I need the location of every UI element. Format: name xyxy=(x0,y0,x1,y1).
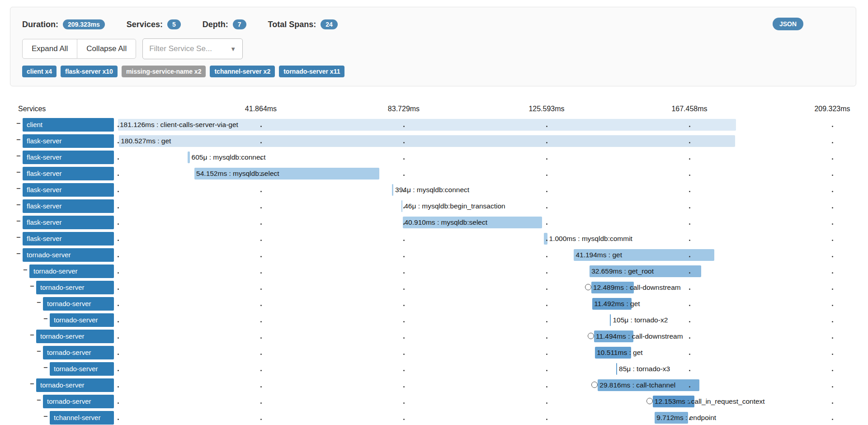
service-label[interactable]: flask-server xyxy=(23,232,114,246)
gridline-dot xyxy=(832,305,833,306)
service-label[interactable]: tornado-server xyxy=(43,297,114,311)
collapse-toggle[interactable]: − xyxy=(37,299,41,306)
span-bar[interactable] xyxy=(655,412,688,424)
span-bar[interactable] xyxy=(188,151,190,163)
service-pill[interactable]: tornado-server x11 xyxy=(279,66,344,77)
gridline-dot xyxy=(118,158,119,160)
span-bar[interactable] xyxy=(392,184,393,196)
gridline-dot xyxy=(546,126,547,127)
collapse-toggle[interactable]: − xyxy=(16,185,20,192)
json-button[interactable]: JSON xyxy=(773,18,803,30)
timeline-tick-label: 167.458ms xyxy=(671,105,707,113)
span-label: 1.000ms : mysqldb:commit xyxy=(549,231,632,247)
service-label[interactable]: tchannel-server xyxy=(50,411,114,425)
gridline-dot xyxy=(403,386,405,387)
span-bar[interactable] xyxy=(118,119,736,131)
collapse-toggle[interactable]: − xyxy=(16,234,20,241)
gridline-dot xyxy=(118,175,119,176)
gridline-dot xyxy=(403,419,405,420)
service-label[interactable]: tornado-server xyxy=(36,330,114,343)
collapse-toggle[interactable]: − xyxy=(16,169,20,176)
collapse-toggle[interactable]: − xyxy=(43,364,47,371)
stat-depth: Depth: 7 xyxy=(203,19,246,29)
span-bar[interactable] xyxy=(574,249,714,261)
span-bar[interactable] xyxy=(653,396,694,407)
collapse-toggle[interactable]: − xyxy=(16,217,20,225)
span-row: −flask-server46μ : mysqldb:begin_transac… xyxy=(0,198,868,214)
service-label[interactable]: flask-server xyxy=(23,216,114,229)
gridline-dot xyxy=(832,272,833,274)
collapse-toggle[interactable]: − xyxy=(30,331,34,339)
expand-collapse-group: Expand All Collapse All xyxy=(22,39,136,59)
collapse-toggle[interactable]: − xyxy=(16,152,20,160)
service-label[interactable]: flask-server xyxy=(23,199,114,213)
collapse-toggle[interactable]: − xyxy=(43,413,47,420)
collapse-toggle[interactable]: − xyxy=(37,397,41,404)
filter-service-select[interactable]: Filter Service Se... ▼ xyxy=(142,38,243,59)
span-bar[interactable] xyxy=(592,298,632,310)
service-pill[interactable]: flask-server x10 xyxy=(61,66,118,77)
gridline-dot xyxy=(689,305,690,306)
service-label[interactable]: tornado-server xyxy=(43,395,114,408)
span-bar[interactable] xyxy=(403,217,542,228)
gridline-dot xyxy=(118,272,119,274)
span-bar[interactable] xyxy=(595,347,631,359)
span-bar[interactable] xyxy=(194,168,379,179)
span-bar[interactable] xyxy=(401,200,402,212)
service-label[interactable]: tornado-server xyxy=(23,248,114,262)
span-row: −tornado-server85μ : tornado-x3 xyxy=(0,361,868,377)
collapse-toggle[interactable]: − xyxy=(43,315,47,322)
gridline-dot xyxy=(260,240,262,241)
expand-all-button[interactable]: Expand All xyxy=(22,39,77,59)
span-row: −flask-server180.527ms : get xyxy=(0,133,868,149)
collapse-toggle[interactable]: − xyxy=(16,250,20,257)
collapse-toggle[interactable]: − xyxy=(16,201,20,208)
span-bar[interactable] xyxy=(616,363,617,375)
timeline-tick-label: 83.729ms xyxy=(388,105,420,113)
service-label[interactable]: tornado-server xyxy=(36,281,114,294)
service-label[interactable]: tornado-server xyxy=(29,264,114,278)
annotation-marker xyxy=(646,398,653,404)
gridline-dot xyxy=(118,223,119,225)
span-bar[interactable] xyxy=(119,135,735,147)
collapse-toggle[interactable]: − xyxy=(16,136,20,143)
service-label[interactable]: flask-server xyxy=(23,134,114,148)
service-pill[interactable]: client x4 xyxy=(22,66,57,77)
collapse-toggle[interactable]: − xyxy=(23,266,27,274)
service-label[interactable]: flask-server xyxy=(23,183,114,197)
gridline-dot xyxy=(260,223,262,225)
span-bar[interactable] xyxy=(591,282,634,293)
collapse-toggle[interactable]: − xyxy=(37,348,41,355)
annotation-marker xyxy=(585,284,591,290)
timeline-header: Services 41.864ms83.729ms125.593ms167.45… xyxy=(0,103,868,117)
span-bar[interactable] xyxy=(590,265,701,277)
collapse-all-button[interactable]: Collapse All xyxy=(77,39,136,59)
gridline-dot xyxy=(260,321,262,322)
total-spans-badge: 24 xyxy=(321,19,338,29)
service-label[interactable]: tornado-server xyxy=(50,313,114,327)
span-bar[interactable] xyxy=(594,331,633,342)
span-bar[interactable] xyxy=(598,379,699,391)
service-pill[interactable]: missing-service-name x2 xyxy=(122,66,206,77)
gridline-dot xyxy=(546,223,547,225)
service-label[interactable]: tornado-server xyxy=(36,378,114,392)
service-pill[interactable]: tchannel-server x2 xyxy=(210,66,275,77)
gridline-dot xyxy=(689,402,690,404)
collapse-toggle[interactable]: − xyxy=(30,380,34,387)
services-label: Services: xyxy=(127,20,163,29)
gridline-dot xyxy=(832,142,833,143)
gridline-dot xyxy=(403,240,405,241)
gridline-dot xyxy=(403,402,405,404)
collapse-toggle[interactable]: − xyxy=(30,283,34,290)
span-bar[interactable] xyxy=(610,314,611,326)
collapse-toggle[interactable]: − xyxy=(16,120,20,127)
service-label[interactable]: flask-server xyxy=(23,151,114,164)
gridline-dot xyxy=(832,223,833,225)
service-label[interactable]: flask-server xyxy=(23,167,114,180)
gridline-dot xyxy=(832,191,833,192)
service-label[interactable]: tornado-server xyxy=(50,362,114,376)
service-label[interactable]: tornado-server xyxy=(43,346,114,359)
span-bar[interactable] xyxy=(544,233,547,245)
service-label[interactable]: client xyxy=(23,118,114,132)
gridline-dot xyxy=(832,370,833,371)
